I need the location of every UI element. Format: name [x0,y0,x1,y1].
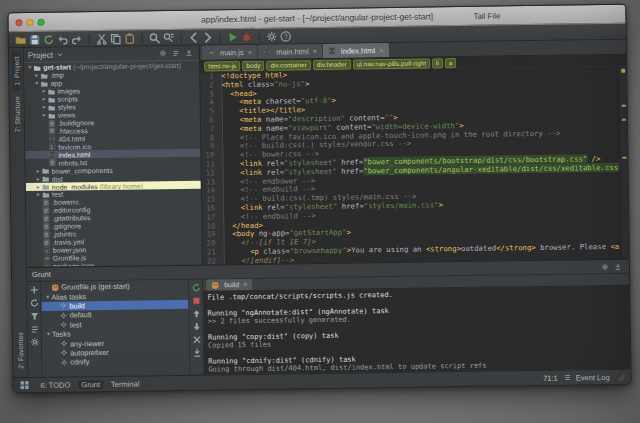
tail-file-button[interactable]: Tail File [473,11,500,20]
console-output[interactable]: File .tmp/concat/scripts/scripts.js crea… [203,286,630,375]
resize-grip[interactable] [617,373,624,380]
task-icon [60,358,68,366]
down-arrow-icon[interactable] [191,322,201,332]
tool-button-2-favorites[interactable]: 2: Favorites [15,328,25,375]
back-icon[interactable] [188,31,200,43]
tool-button-7-structure[interactable]: 7: Structure [12,91,22,137]
tab-main-js[interactable]: JSmain.js× [202,45,257,60]
hide-icon[interactable] [614,262,622,270]
tree-item-label: .tmp [50,72,64,79]
status-button-terminal[interactable]: Terminal [108,379,142,388]
chevron-down-icon[interactable] [56,51,64,59]
scroll-end-icon[interactable] [192,348,202,358]
tab-index-html[interactable]: index.html× [323,43,389,58]
file-js-icon: JS [43,254,51,262]
breadcrumb-item-html-no-js[interactable]: html.no-js [204,61,240,72]
tree-item-label: dist [52,175,63,182]
redo-icon[interactable] [71,33,83,45]
grunt-body: Gruntfile.js (get-start)▾Alias tasksbuil… [27,273,630,377]
settings-icon[interactable] [159,49,167,57]
error-stripe-mark[interactable] [622,157,626,159]
project-header-title: Project [28,50,53,59]
hide-icon[interactable] [185,49,193,57]
event-log-button[interactable]: Event Log [564,372,610,382]
close-icon[interactable]: × [243,281,247,288]
grunt-item-cdnify[interactable]: cdnify [42,356,189,367]
file-img-icon [48,143,56,151]
tree-item-suffix: (library home) [100,182,143,190]
debug-icon[interactable] [241,30,253,42]
grunt-panel-title: Grunt [32,270,51,279]
status-spacer [148,378,537,383]
sync-icon[interactable] [43,33,55,45]
open-icon[interactable] [15,34,27,46]
collapse-all-icon[interactable] [29,324,39,334]
editor-code[interactable]: 1<!doctype html>2<html class="no-js">3 <… [200,67,621,265]
tree-item-label: styles [58,104,76,111]
error-stripe-mark[interactable] [622,105,626,107]
close-button[interactable] [15,19,22,26]
breadcrumb-item-div-header[interactable]: div.header [313,59,351,70]
console-area: build × File .tmp/concat/scripts/scripts… [203,274,630,375]
caret-position[interactable]: 71:1 [543,373,558,382]
console-tab-build[interactable]: build × [206,279,252,291]
plus-icon[interactable] [29,285,39,295]
inspection-status-icon[interactable] [621,69,625,73]
status-button-grunt[interactable]: Grunt [78,380,103,389]
filter-icon[interactable] [29,311,39,321]
forward-icon[interactable] [202,31,214,43]
tree-item-label: .gitignore [52,223,81,230]
copy-icon[interactable] [110,32,122,44]
breadcrumb-item-ul-nav-nav-pills-pull-right[interactable]: ul.nav.nav-pills.pull-right [353,58,430,69]
undo-icon[interactable] [57,33,69,45]
save-icon[interactable] [29,33,41,45]
settings-icon[interactable] [601,262,609,270]
clear-icon[interactable] [191,335,201,345]
cut-icon[interactable] [96,32,108,44]
tree-item-label: test [52,191,63,198]
grunt-icon [51,283,59,291]
tool-button-1-project[interactable]: 1: Project [11,51,21,91]
grunt-header-icons [601,262,624,270]
error-stripe-mark[interactable] [622,119,626,121]
grunt-tree: Gruntfile.js (get-start)▾Alias tasksbuil… [41,280,190,377]
breadcrumb-item-body[interactable]: body [242,60,264,70]
grunt-panel: Grunt Gruntfile.js (get-start)▾Alias tas… [27,259,630,377]
code-text: <![endif]--> [220,256,294,265]
minimize-button[interactable] [26,18,33,25]
close-tab-icon[interactable]: × [248,48,252,55]
folder-icon [48,103,56,111]
replace-icon[interactable] [163,32,175,44]
zoom-button[interactable] [37,18,44,25]
refresh-icon[interactable] [29,298,39,308]
file-txt-icon [48,127,56,135]
folder-icon [48,111,56,119]
grunt-item-label: autoprefixer [70,348,109,358]
close-tab-icon[interactable]: × [379,47,383,54]
breadcrumb-item-li[interactable]: li [432,58,443,68]
breadcrumb-item-a[interactable]: a [445,58,457,68]
up-arrow-icon[interactable] [191,309,201,319]
run-icon[interactable] [227,31,239,43]
paste-icon[interactable] [124,32,136,44]
rerun-icon[interactable] [191,283,201,293]
task-icon [59,302,67,310]
error-stripe[interactable] [618,67,629,259]
settings-icon[interactable] [29,337,39,347]
grid-icon[interactable] [20,380,30,390]
stop-icon[interactable] [191,296,201,306]
folder-icon [42,167,50,175]
close-tab-icon[interactable]: × [313,48,317,55]
status-button-6-todo[interactable]: 6: TODO [38,380,74,389]
tab-main-html[interactable]: main.html× [258,44,322,59]
project-header-spacer [69,53,156,54]
settings-icon[interactable] [266,30,278,42]
help-icon[interactable]: ? [280,30,292,42]
editor-area: JSmain.js×main.html×index.html× html.no-… [200,40,629,265]
find-icon[interactable] [149,32,161,44]
tree-item-suffix: (~/project/angular-project/get-start) [73,62,181,71]
tree-item-label: bower_components [52,167,113,175]
breadcrumb-item-div-container[interactable]: div.container [266,60,311,71]
folder-icon [48,95,56,103]
collapse-all-icon[interactable] [172,49,180,57]
